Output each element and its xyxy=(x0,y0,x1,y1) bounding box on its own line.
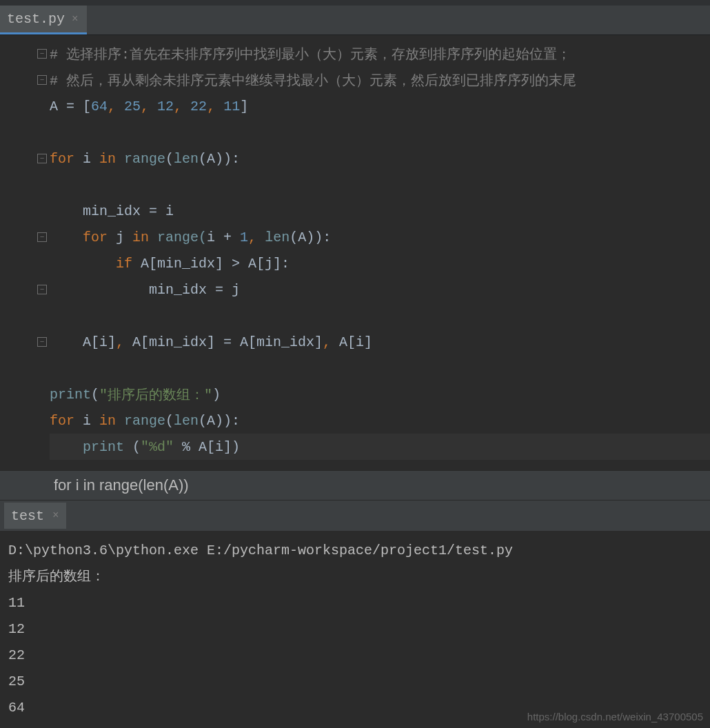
code-area[interactable]: # 选择排序:首先在未排序序列中找到最小（大）元素，存放到排序序列的起始位置； … xyxy=(50,35,710,470)
editor-tab-test-py[interactable]: test.py × xyxy=(0,6,87,34)
fold-icon[interactable]: − xyxy=(37,232,47,242)
editor-tab-bar: test.py × xyxy=(0,0,710,34)
console-line: 排序后的数组： xyxy=(8,569,105,585)
code-line: A[i], A[min_idx] = A[min_idx], A[i] xyxy=(50,329,710,355)
comment: # 然后，再从剩余未排序元素中继续寻找最小（大）元素，然后放到已排序序列的末尾 xyxy=(50,71,576,90)
watermark-text: https://blog.csdn.net/weixin_43700505 xyxy=(527,711,703,722)
code-editor[interactable]: − − − − − − # 选择排序:首先在未排序序列中找到最小（大）元素，存放… xyxy=(0,34,710,470)
context-text: for i in range(len(A)) xyxy=(54,476,189,494)
fold-icon[interactable]: − xyxy=(37,337,47,347)
console-line: 22 xyxy=(8,647,25,663)
code-line: for j in range(i + 1, len(A)): xyxy=(50,224,710,250)
tab-filename: test.py xyxy=(7,11,65,27)
code-line: A = [64, 25, 12, 22, 11] xyxy=(50,93,710,119)
code-line: for i in range(len(A)): xyxy=(50,145,710,172)
code-line: print("排序后的数组：") xyxy=(50,381,710,407)
fold-icon[interactable]: − xyxy=(37,75,47,85)
close-icon[interactable]: × xyxy=(52,509,59,522)
console-line: 11 xyxy=(8,595,25,611)
code-line: if A[min_idx] > A[j]: xyxy=(50,250,710,276)
code-line: min_idx = j xyxy=(50,276,710,303)
code-line-current: print ("%d" % A[i]) xyxy=(50,434,710,460)
run-tab-name: test xyxy=(11,508,44,524)
fold-icon[interactable]: − xyxy=(37,154,47,163)
console-output[interactable]: D:\python3.6\python.exe E:/pycharm-works… xyxy=(0,531,710,728)
code-line: min_idx = i xyxy=(50,198,710,224)
code-line: for i in range(len(A)): xyxy=(50,407,710,434)
console-line: 12 xyxy=(8,621,25,637)
console-cmd: D:\python3.6\python.exe E:/pycharm-works… xyxy=(8,543,513,558)
run-panel: test × D:\python3.6\python.exe E:/pychar… xyxy=(0,501,710,728)
run-tab-bar: test × xyxy=(0,501,710,531)
fold-icon[interactable]: − xyxy=(37,285,47,294)
run-tab-test[interactable]: test × xyxy=(4,503,66,529)
comment: # 选择排序:首先在未排序序列中找到最小（大）元素，存放到排序序列的起始位置； xyxy=(50,45,571,63)
close-icon[interactable]: × xyxy=(72,13,79,26)
breadcrumb-context[interactable]: for i in range(len(A)) xyxy=(0,470,710,501)
console-line: 64 xyxy=(8,700,25,716)
fold-icon[interactable]: − xyxy=(37,49,47,59)
console-line: 25 xyxy=(8,674,25,689)
gutter: − − − − − − xyxy=(0,35,50,470)
